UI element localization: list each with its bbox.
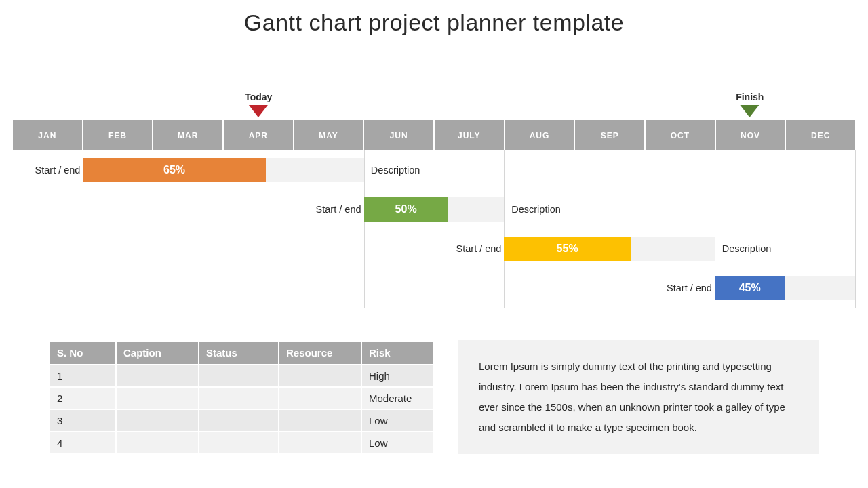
cell-caption — [117, 432, 198, 453]
th-resource: Resource — [279, 342, 361, 364]
cell-risk: Moderate — [362, 388, 433, 409]
task-bar-pct: 55% — [557, 243, 578, 255]
cell-no: 2 — [50, 388, 115, 409]
cell-no: 3 — [50, 410, 115, 431]
marker-finish: Finish — [736, 92, 764, 117]
cell-no: 4 — [50, 432, 115, 453]
cell-resource — [279, 388, 361, 409]
description-label: Description — [511, 204, 561, 215]
th-caption: Caption — [117, 342, 198, 364]
startend-label: Start / end — [316, 204, 361, 215]
table-body: 1 High 2 Moderate 3 — [50, 365, 433, 453]
month-cell: NOV — [716, 120, 785, 150]
gantt-row: Start / end 65% Description — [13, 150, 855, 190]
task-bar-progress: 65% — [83, 158, 265, 182]
page-title: Gantt chart project planner template — [0, 0, 868, 36]
task-bar-track[interactable]: 45% — [715, 276, 855, 300]
month-cell: APR — [224, 120, 293, 150]
task-bar-track[interactable]: 65% — [83, 158, 363, 182]
cell-risk: Low — [362, 410, 433, 431]
month-cell: JULY — [435, 120, 504, 150]
table-head: S. No Caption Status Resource Risk — [50, 342, 433, 364]
task-bar-progress: 55% — [504, 237, 630, 261]
th-risk: Risk — [362, 342, 433, 364]
month-header-row: JAN FEB MAR APR MAY JUN JULY AUG SEP OCT… — [13, 120, 855, 150]
cell-risk: High — [362, 365, 433, 386]
month-cell: MAR — [153, 120, 222, 150]
marker-today-label: Today — [245, 92, 272, 102]
gantt-rows: Start / end 65% Description Start / end … — [13, 150, 855, 308]
task-bar-pct: 65% — [163, 164, 185, 176]
cell-no: 1 — [50, 365, 115, 386]
month-cell: SEP — [575, 120, 644, 150]
table-row: 1 High — [50, 365, 433, 386]
project-table: S. No Caption Status Resource Risk 1 Hig… — [49, 340, 434, 455]
cell-status — [199, 388, 278, 409]
note-box: Lorem Ipsum is simply dummy text of the … — [458, 340, 819, 454]
month-cell: OCT — [646, 120, 715, 150]
th-sno: S. No — [50, 342, 115, 364]
cell-caption — [117, 410, 198, 431]
startend-label: Start / end — [35, 165, 81, 176]
gantt-row: Start / end 55% Description — [13, 229, 855, 268]
th-status: Status — [199, 342, 278, 364]
month-cell: FEB — [83, 120, 153, 150]
task-bar-track[interactable]: 55% — [504, 237, 715, 261]
marker-today-icon — [249, 105, 268, 117]
cell-status — [199, 365, 278, 386]
gridline — [855, 150, 856, 308]
description-label: Description — [722, 243, 772, 254]
month-cell: JAN — [13, 120, 82, 150]
page-root: Gantt chart project planner template Tod… — [0, 0, 868, 488]
cell-status — [199, 432, 278, 453]
startend-label: Start / end — [456, 243, 502, 254]
cell-risk: Low — [362, 432, 433, 453]
description-label: Description — [371, 165, 420, 176]
marker-finish-icon — [741, 105, 760, 117]
bottom-panel: S. No Caption Status Resource Risk 1 Hig… — [49, 340, 819, 455]
cell-resource — [279, 410, 361, 431]
month-cell: JUN — [364, 120, 433, 150]
task-bar-progress: 50% — [364, 197, 448, 222]
gantt-chart: Today Finish JAN FEB MAR APR MAY JUN JUL… — [13, 92, 855, 308]
marker-today: Today — [245, 92, 272, 117]
marker-finish-label: Finish — [736, 92, 764, 102]
task-bar-pct: 50% — [395, 203, 417, 216]
task-bar-track[interactable]: 50% — [364, 197, 505, 222]
task-bar-progress: 45% — [715, 276, 785, 300]
cell-resource — [279, 365, 361, 386]
month-cell: AUG — [505, 120, 574, 150]
cell-status — [199, 410, 278, 431]
cell-caption — [117, 365, 198, 386]
table-row: 4 Low — [50, 432, 433, 453]
cell-resource — [279, 432, 361, 453]
task-bar-pct: 45% — [739, 282, 761, 294]
month-cell: DEC — [786, 120, 855, 150]
gantt-row: Start / end 45% — [13, 268, 855, 308]
timeline-markers: Today Finish — [13, 92, 855, 120]
month-cell: MAY — [294, 120, 363, 150]
startend-label: Start / end — [667, 283, 712, 293]
gantt-row: Start / end 50% Description — [13, 190, 855, 229]
table-row: 3 Low — [50, 410, 433, 431]
cell-caption — [117, 388, 198, 409]
table-row: 2 Moderate — [50, 388, 433, 409]
